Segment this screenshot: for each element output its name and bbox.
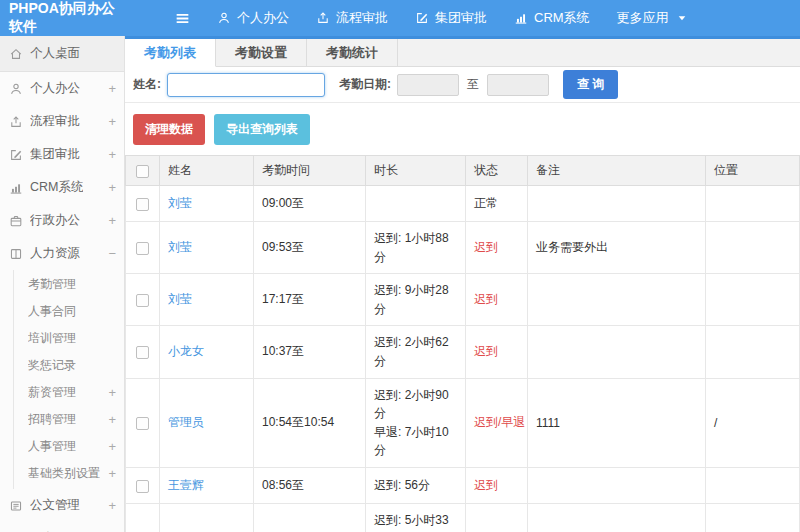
sidebar-item-workflow-approval[interactable]: 流程审批+ xyxy=(0,105,124,138)
select-all-checkbox[interactable] xyxy=(136,165,149,178)
tab-attendance-statistics[interactable]: 考勤统计 xyxy=(307,39,398,67)
employee-name-link[interactable]: 王壹辉 xyxy=(168,478,204,492)
table-row: 刘莹09:53至迟到: 1小时88分迟到业务需要外出 xyxy=(126,222,800,274)
date-to-input[interactable] xyxy=(487,74,549,96)
sidebar-item-personnel-management[interactable]: 人事管理+ xyxy=(14,433,124,460)
edit-square-icon xyxy=(415,11,429,25)
sidebar-item-salary-management[interactable]: 薪资管理+ xyxy=(14,379,124,406)
attendance-time-cell: 09:00至 xyxy=(254,186,366,222)
row-checkbox[interactable] xyxy=(136,294,149,307)
expand-icon[interactable]: + xyxy=(108,498,116,513)
sidebar-item-human-resources[interactable]: 人力资源− xyxy=(0,237,124,270)
sidebar-item-personal-office[interactable]: 个人办公+ xyxy=(0,72,124,105)
sidebar-item-crm-system[interactable]: CRM系统+ xyxy=(0,171,124,204)
main-content: 考勤列表考勤设置考勤统计 姓名: 考勤日期: 至 查 询 清理数据 导出查询列表 xyxy=(125,36,800,532)
topnav-item-label: 更多应用 xyxy=(617,9,669,27)
topnav-item-personal-office[interactable]: 个人办公 xyxy=(217,9,289,27)
sidebar-item-label: 行政办公 xyxy=(30,212,80,229)
sidebar-item-label: 人事合同 xyxy=(28,303,76,320)
attendance-time-cell: 13:20至13:20 xyxy=(254,503,366,532)
expand-icon[interactable]: + xyxy=(108,439,116,454)
row-checkbox[interactable] xyxy=(136,417,149,430)
expand-icon[interactable]: + xyxy=(108,81,116,96)
topnav-item-workflow-approval[interactable]: 流程审批 xyxy=(316,9,388,27)
remark-cell xyxy=(528,326,706,378)
expand-icon[interactable]: + xyxy=(108,114,116,129)
tab-attendance-settings[interactable]: 考勤设置 xyxy=(216,39,307,67)
sidebar-item-reward-punishment-records[interactable]: 奖惩记录 xyxy=(14,352,124,379)
sidebar-item-label: 流程审批 xyxy=(30,113,80,130)
remark-cell xyxy=(528,186,706,222)
sidebar-item-label: 集团审批 xyxy=(30,146,80,163)
row-checkbox[interactable] xyxy=(136,242,149,255)
table-row: 小龙女10:37至迟到: 2小时62分迟到 xyxy=(126,326,800,378)
row-checkbox[interactable] xyxy=(136,480,149,493)
sidebar-item-label: 公文管理 xyxy=(30,497,80,514)
duration-cell xyxy=(366,186,466,222)
action-bar: 清理数据 导出查询列表 xyxy=(125,103,800,155)
book-icon xyxy=(9,247,23,261)
sidebar-item-training-management[interactable]: 培训管理 xyxy=(14,325,124,352)
chevron-down-icon xyxy=(675,11,689,25)
sidebar-item-basic-category-settings[interactable]: 基础类别设置+ xyxy=(14,460,124,487)
sidebar-item-vehicle-management[interactable]: 用车管理+ xyxy=(0,522,124,532)
column-header: 姓名 xyxy=(160,156,254,186)
hamburger-icon xyxy=(174,10,191,27)
duration-cell: 迟到: 5小时33分 早退: 4小时67分 xyxy=(366,503,466,532)
expand-icon[interactable]: + xyxy=(108,147,116,162)
column-header: 备注 xyxy=(528,156,706,186)
attendance-time-cell: 09:53至 xyxy=(254,222,366,274)
column-header: 位置 xyxy=(706,156,800,186)
topnav-item-group-approval[interactable]: 集团审批 xyxy=(415,9,487,27)
sidebar-item-admin-office[interactable]: 行政办公+ xyxy=(0,204,124,237)
table-row: 刘莹17:17至迟到: 9小时28分迟到 xyxy=(126,274,800,326)
tab-attendance-list[interactable]: 考勤列表 xyxy=(125,39,216,67)
topnav-item-label: CRM系统 xyxy=(534,9,590,27)
employee-name-link[interactable]: 小龙女 xyxy=(168,344,204,358)
collapse-icon[interactable]: − xyxy=(108,246,116,261)
export-list-button[interactable]: 导出查询列表 xyxy=(214,114,310,145)
topnav-item-more-apps[interactable]: 更多应用 xyxy=(617,9,689,27)
row-checkbox[interactable] xyxy=(136,346,149,359)
employee-name-link[interactable]: 刘莹 xyxy=(168,196,192,210)
sidebar-item-personnel-contract[interactable]: 人事合同 xyxy=(14,298,124,325)
expand-icon[interactable]: + xyxy=(108,180,116,195)
employee-name-link[interactable]: 管理员 xyxy=(168,415,204,429)
status-cell: 迟到 xyxy=(466,326,528,378)
menu-toggle[interactable] xyxy=(174,10,191,27)
employee-name-link[interactable]: 刘莹 xyxy=(168,240,192,254)
sidebar-item-label: 奖惩记录 xyxy=(28,357,76,374)
location-cell xyxy=(706,222,800,274)
date-from-input[interactable] xyxy=(397,74,459,96)
edit-square-icon xyxy=(9,148,23,162)
attendance-table: 姓名考勤时间时长状态备注位置 刘莹09:00至正常刘莹09:53至迟到: 1小时… xyxy=(125,155,800,532)
location-cell: / xyxy=(706,503,800,532)
user-icon xyxy=(9,82,23,96)
employee-name-link[interactable]: 刘莹 xyxy=(168,292,192,306)
attendance-time-cell: 17:17至 xyxy=(254,274,366,326)
row-checkbox[interactable] xyxy=(136,198,149,211)
duration-cell: 迟到: 1小时88分 xyxy=(366,222,466,274)
location-cell: / xyxy=(706,378,800,467)
name-input[interactable] xyxy=(167,73,325,97)
sidebar-item-recruitment-management[interactable]: 招聘管理+ xyxy=(14,406,124,433)
sidebar-item-group-approval[interactable]: 集团审批+ xyxy=(0,138,124,171)
sidebar-item-label: 考勤管理 xyxy=(28,276,76,293)
query-button[interactable]: 查 询 xyxy=(563,70,618,99)
location-cell xyxy=(706,467,800,503)
expand-icon[interactable]: + xyxy=(108,466,116,481)
clean-data-button[interactable]: 清理数据 xyxy=(133,114,205,145)
top-navigation-bar: PHPOA协同办公软件 个人办公流程审批集团审批CRM系统更多应用 xyxy=(0,0,800,36)
sidebar-item-personal-desktop[interactable]: 个人桌面 xyxy=(0,36,124,72)
table-row: 刘莹09:00至正常 xyxy=(126,186,800,222)
tab-bar: 考勤列表考勤设置考勤统计 xyxy=(125,39,800,67)
sidebar-item-label: 薪资管理 xyxy=(28,384,76,401)
topnav-item-crm-system[interactable]: CRM系统 xyxy=(514,9,590,27)
sidebar-item-attendance-management[interactable]: 考勤管理 xyxy=(14,271,124,298)
expand-icon[interactable]: + xyxy=(108,412,116,427)
sidebar-item-document-management[interactable]: 公文管理+ xyxy=(0,489,124,522)
expand-icon[interactable]: + xyxy=(108,213,116,228)
home-icon xyxy=(9,47,23,61)
remark-cell: 1111 xyxy=(528,378,706,467)
expand-icon[interactable]: + xyxy=(108,385,116,400)
